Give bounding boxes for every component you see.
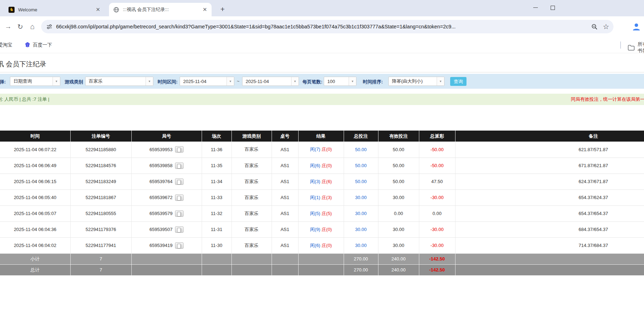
- bookmarks-bar: 爱淘宝 du 百度一下 所有书签: [0, 37, 644, 53]
- footer-payout: -142.50: [429, 267, 445, 273]
- table-total-row: 总计7270.00240.00-142.50: [0, 264, 644, 275]
- result-player: 闲(5): [310, 211, 320, 216]
- cell-remark: 621.87/571.87: [579, 147, 608, 152]
- result-player: 闲(1): [310, 195, 320, 200]
- close-icon[interactable]: ✕: [95, 6, 101, 13]
- card-preview-icon[interactable]: [175, 226, 184, 233]
- cell-total-bet-link[interactable]: 30.00: [355, 227, 367, 232]
- cell-round-number: 659539419: [149, 243, 173, 248]
- chevron-down-icon[interactable]: ▼: [349, 77, 356, 86]
- cell-valid-bet: 30.00: [393, 195, 404, 200]
- site-logo-icon: ♞: [9, 7, 15, 13]
- profile-avatar[interactable]: [632, 22, 641, 32]
- chevron-down-icon[interactable]: ▼: [227, 77, 234, 86]
- chevron-down-icon[interactable]: ▼: [291, 77, 299, 86]
- cell-game-type: 百家乐: [245, 227, 258, 232]
- cell-total-bet-link[interactable]: 50.00: [355, 163, 367, 168]
- cell-total-bet-link[interactable]: 30.00: [355, 243, 367, 248]
- bet-records-table: 时间注单编号局号场次游戏类别桌号结果总投注有效投注总派彩备注 2025-11-0…: [0, 131, 644, 276]
- column-header: 桌号: [272, 131, 298, 142]
- cell-total-bet-link[interactable]: 30.00: [355, 211, 367, 216]
- date-from-input[interactable]: 2025-11-04 ▼: [180, 77, 234, 86]
- cell-game-type: 百家乐: [245, 179, 258, 184]
- page-size-select[interactable]: 100 ▼: [324, 77, 356, 86]
- date-to-input[interactable]: 2025-11-04 ▼: [242, 77, 299, 86]
- card-preview-icon[interactable]: [175, 178, 184, 185]
- cell-session: 11-36: [211, 147, 222, 152]
- cell-payout: -30.00: [431, 195, 444, 200]
- reload-icon[interactable]: ↻: [14, 23, 26, 31]
- column-header: 场次: [202, 131, 231, 142]
- cell-remark: 654.37/654.37: [579, 211, 608, 216]
- forward-icon[interactable]: →: [2, 23, 14, 31]
- chevron-down-icon[interactable]: ▼: [146, 77, 153, 86]
- cell-bet-id: 522941177941: [86, 243, 116, 248]
- tab-welcome[interactable]: ♞ Welcome ✕: [4, 3, 105, 16]
- svg-text:du: du: [26, 45, 28, 47]
- bookmark-baidu[interactable]: du 百度一下: [24, 42, 52, 48]
- cell-round-number: 659539672: [149, 195, 173, 200]
- bookmarks-divider: [620, 42, 621, 49]
- table-row: 2025-11-04 06:04:36522941179376659539507…: [0, 221, 644, 237]
- card-preview-icon[interactable]: [175, 163, 184, 169]
- close-icon[interactable]: ✕: [202, 6, 208, 13]
- result-banker: 庄(0): [322, 227, 332, 232]
- card-preview-icon[interactable]: [175, 146, 184, 153]
- page-title: 视讯 会员下注纪录: [0, 60, 644, 68]
- sort-select[interactable]: 降幂(由大到小) ▼: [388, 77, 444, 86]
- all-bookmarks-button[interactable]: 所有书签: [628, 41, 644, 53]
- cell-round-number: 659539507: [149, 227, 173, 232]
- globe-favicon-icon: [113, 7, 119, 13]
- cell-bet-id: 522941180555: [86, 211, 116, 216]
- bookmark-star-icon[interactable]: ☆: [603, 23, 609, 30]
- minimize-icon[interactable]: [533, 5, 538, 10]
- card-preview-icon[interactable]: [175, 242, 184, 249]
- cell-total-bet-link[interactable]: 50.00: [355, 147, 367, 152]
- cell-round-number: 659539953: [149, 147, 173, 152]
- result-player: 闲(7): [310, 147, 320, 152]
- cell-valid-bet: 0.00: [394, 211, 403, 216]
- cell-game-type: 百家乐: [245, 195, 258, 200]
- footer-label: 小计: [31, 256, 40, 262]
- cell-time: 2025-11-04 06:05:07: [14, 211, 56, 216]
- query-type-select[interactable]: 日期查询 ▼: [10, 77, 60, 86]
- result-player: 闲(3): [310, 179, 320, 184]
- card-preview-icon[interactable]: [175, 210, 184, 217]
- table-row: 2025-11-04 06:05:40522941181867659539672…: [0, 189, 644, 205]
- maximize-icon[interactable]: [550, 5, 555, 10]
- column-header: 注单编号: [70, 131, 131, 142]
- cell-valid-bet: 30.00: [393, 227, 404, 232]
- summary-bar: 币别: 人民币 | 总共 :7 注单 | 同局有效投注，统一计算在该局第一张注单…: [0, 94, 644, 105]
- url-bar[interactable]: 66cxkj98.com/ipl/portal.php/game/betreco…: [41, 20, 613, 33]
- chevron-down-icon[interactable]: ▼: [53, 77, 60, 86]
- tune-icon[interactable]: [46, 23, 53, 30]
- search-button[interactable]: 查询: [450, 77, 466, 86]
- cell-table-no: AS1: [280, 147, 289, 152]
- chevron-down-icon[interactable]: ▼: [437, 77, 444, 86]
- cell-session: 11-31: [211, 227, 222, 232]
- cell-time: 2025-11-04 06:06:49: [14, 163, 56, 168]
- bookmark-taobao[interactable]: 爱淘宝: [0, 42, 12, 48]
- page-size-label: 每页笔数:: [302, 79, 322, 85]
- table-row: 2025-11-04 06:04:02522941177941659539419…: [0, 237, 644, 253]
- query-type-label: 查询选择:: [0, 79, 6, 85]
- date-from-value: 2025-11-04: [180, 79, 227, 84]
- tab-betrecord[interactable]: :::视讯 会员下注纪录::: ✕: [109, 3, 212, 16]
- result-banker: 庄(0): [322, 163, 332, 168]
- cell-bet-id: 522941185880: [86, 147, 116, 152]
- cell-total-bet-link[interactable]: 30.00: [355, 195, 367, 200]
- card-preview-icon[interactable]: [175, 194, 184, 201]
- home-icon[interactable]: ⌂: [26, 22, 38, 31]
- cell-session: 11-33: [211, 195, 222, 200]
- url-text[interactable]: 66cxkj98.com/ipl/portal.php/game/betreco…: [56, 24, 586, 29]
- column-header: 结果: [298, 131, 344, 142]
- column-header: 有效投注: [378, 131, 419, 142]
- column-header: 总派彩: [419, 131, 455, 142]
- column-header: 游戏类别: [231, 131, 272, 142]
- cell-remark: 714.37/684.37: [579, 243, 608, 248]
- new-tab-button[interactable]: +: [218, 5, 227, 13]
- game-type-select[interactable]: 百家乐 ▼: [85, 77, 153, 86]
- cell-total-bet-link[interactable]: 50.00: [355, 179, 367, 184]
- cell-table-no: AS1: [280, 227, 289, 232]
- zoom-icon[interactable]: [591, 23, 598, 30]
